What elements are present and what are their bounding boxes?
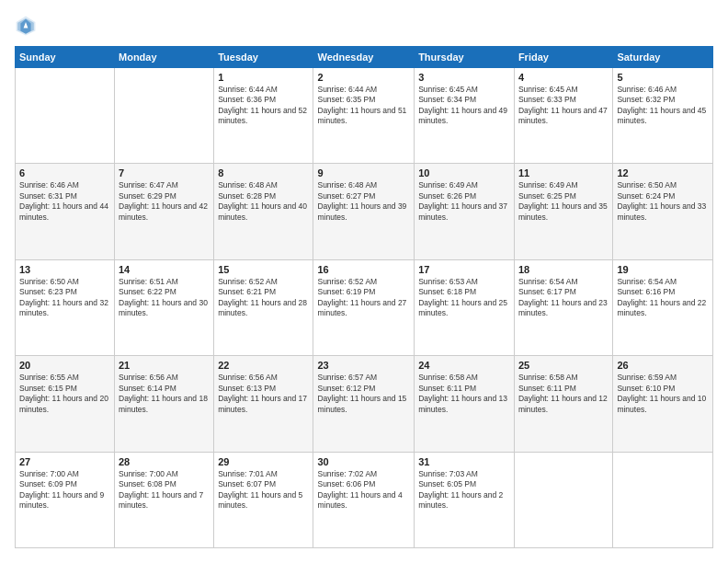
calendar-cell: 24Sunrise: 6:58 AM Sunset: 6:11 PM Dayli… <box>415 356 515 452</box>
calendar-cell: 6Sunrise: 6:46 AM Sunset: 6:31 PM Daylig… <box>16 164 115 259</box>
day-content: Sunrise: 6:45 AM Sunset: 6:33 PM Dayligh… <box>518 85 609 127</box>
day-number: 21 <box>119 360 210 371</box>
day-content: Sunrise: 6:59 AM Sunset: 6:10 PM Dayligh… <box>617 373 709 415</box>
day-content: Sunrise: 6:50 AM Sunset: 6:23 PM Dayligh… <box>19 277 110 319</box>
calendar-cell <box>613 452 713 547</box>
day-number: 6 <box>19 167 110 178</box>
day-number: 13 <box>19 264 110 275</box>
calendar-cell: 28Sunrise: 7:00 AM Sunset: 6:08 PM Dayli… <box>115 452 214 547</box>
day-content: Sunrise: 6:57 AM Sunset: 6:12 PM Dayligh… <box>317 373 410 415</box>
day-number: 11 <box>518 167 609 178</box>
day-number: 1 <box>218 72 309 83</box>
calendar-cell: 16Sunrise: 6:52 AM Sunset: 6:19 PM Dayli… <box>313 259 415 355</box>
page: Sunday Monday Tuesday Wednesday Thursday… <box>0 0 728 563</box>
day-number: 31 <box>418 456 510 467</box>
day-content: Sunrise: 6:46 AM Sunset: 6:31 PM Dayligh… <box>19 180 110 223</box>
day-number: 23 <box>317 360 410 371</box>
day-number: 14 <box>119 264 210 275</box>
col-sunday: Sunday <box>16 47 115 68</box>
calendar-cell: 10Sunrise: 6:49 AM Sunset: 6:26 PM Dayli… <box>415 164 515 259</box>
calendar-cell: 8Sunrise: 6:48 AM Sunset: 6:28 PM Daylig… <box>214 164 313 259</box>
header-row: Sunday Monday Tuesday Wednesday Thursday… <box>16 47 713 68</box>
day-number: 9 <box>317 167 410 178</box>
calendar-cell: 9Sunrise: 6:48 AM Sunset: 6:27 PM Daylig… <box>313 164 415 259</box>
day-content: Sunrise: 6:48 AM Sunset: 6:28 PM Dayligh… <box>218 180 309 223</box>
day-number: 10 <box>418 167 510 178</box>
calendar-week-3: 13Sunrise: 6:50 AM Sunset: 6:23 PM Dayli… <box>16 259 713 355</box>
day-content: Sunrise: 6:45 AM Sunset: 6:34 PM Dayligh… <box>418 85 510 127</box>
day-number: 3 <box>418 72 510 83</box>
header <box>15 15 713 37</box>
day-content: Sunrise: 6:55 AM Sunset: 6:15 PM Dayligh… <box>19 373 110 415</box>
day-number: 30 <box>317 456 410 467</box>
calendar-cell: 4Sunrise: 6:45 AM Sunset: 6:33 PM Daylig… <box>514 68 612 164</box>
day-content: Sunrise: 7:01 AM Sunset: 6:07 PM Dayligh… <box>218 469 309 511</box>
col-thursday: Thursday <box>415 47 515 68</box>
day-number: 12 <box>617 167 709 178</box>
calendar-cell: 12Sunrise: 6:50 AM Sunset: 6:24 PM Dayli… <box>613 164 713 259</box>
day-number: 20 <box>19 360 110 371</box>
day-number: 22 <box>218 360 309 371</box>
calendar-week-1: 1Sunrise: 6:44 AM Sunset: 6:36 PM Daylig… <box>16 68 713 164</box>
day-number: 7 <box>119 167 210 178</box>
calendar-cell <box>514 452 612 547</box>
calendar-body: 1Sunrise: 6:44 AM Sunset: 6:36 PM Daylig… <box>16 68 713 548</box>
day-number: 28 <box>119 456 210 467</box>
day-content: Sunrise: 7:00 AM Sunset: 6:09 PM Dayligh… <box>19 469 110 511</box>
calendar-cell: 7Sunrise: 6:47 AM Sunset: 6:29 PM Daylig… <box>115 164 214 259</box>
day-number: 17 <box>418 264 510 275</box>
calendar-cell: 29Sunrise: 7:01 AM Sunset: 6:07 PM Dayli… <box>214 452 313 547</box>
calendar-week-5: 27Sunrise: 7:00 AM Sunset: 6:09 PM Dayli… <box>16 452 713 547</box>
col-monday: Monday <box>115 47 214 68</box>
general-blue-icon <box>15 15 37 37</box>
calendar-cell: 19Sunrise: 6:54 AM Sunset: 6:16 PM Dayli… <box>613 259 713 355</box>
calendar-cell: 13Sunrise: 6:50 AM Sunset: 6:23 PM Dayli… <box>16 259 115 355</box>
day-content: Sunrise: 7:03 AM Sunset: 6:05 PM Dayligh… <box>418 469 510 511</box>
day-content: Sunrise: 6:54 AM Sunset: 6:17 PM Dayligh… <box>518 277 609 319</box>
calendar-week-4: 20Sunrise: 6:55 AM Sunset: 6:15 PM Dayli… <box>16 356 713 452</box>
calendar-cell: 22Sunrise: 6:56 AM Sunset: 6:13 PM Dayli… <box>214 356 313 452</box>
calendar-cell: 26Sunrise: 6:59 AM Sunset: 6:10 PM Dayli… <box>613 356 713 452</box>
day-content: Sunrise: 6:56 AM Sunset: 6:14 PM Dayligh… <box>119 373 210 415</box>
day-content: Sunrise: 6:52 AM Sunset: 6:21 PM Dayligh… <box>218 277 309 319</box>
day-content: Sunrise: 6:56 AM Sunset: 6:13 PM Dayligh… <box>218 373 309 415</box>
day-content: Sunrise: 6:49 AM Sunset: 6:26 PM Dayligh… <box>418 180 510 223</box>
day-number: 15 <box>218 264 309 275</box>
day-content: Sunrise: 6:47 AM Sunset: 6:29 PM Dayligh… <box>119 180 210 223</box>
day-number: 29 <box>218 456 309 467</box>
calendar-cell: 20Sunrise: 6:55 AM Sunset: 6:15 PM Dayli… <box>16 356 115 452</box>
day-content: Sunrise: 6:53 AM Sunset: 6:18 PM Dayligh… <box>418 277 510 319</box>
day-number: 2 <box>317 72 410 83</box>
day-content: Sunrise: 7:02 AM Sunset: 6:06 PM Dayligh… <box>317 469 410 511</box>
day-number: 24 <box>418 360 510 371</box>
day-content: Sunrise: 6:58 AM Sunset: 6:11 PM Dayligh… <box>518 373 609 415</box>
calendar-cell: 15Sunrise: 6:52 AM Sunset: 6:21 PM Dayli… <box>214 259 313 355</box>
day-number: 4 <box>518 72 609 83</box>
calendar-cell: 25Sunrise: 6:58 AM Sunset: 6:11 PM Dayli… <box>514 356 612 452</box>
calendar-cell: 18Sunrise: 6:54 AM Sunset: 6:17 PM Dayli… <box>514 259 612 355</box>
calendar-cell: 23Sunrise: 6:57 AM Sunset: 6:12 PM Dayli… <box>313 356 415 452</box>
calendar-header: Sunday Monday Tuesday Wednesday Thursday… <box>16 47 713 68</box>
day-number: 19 <box>617 264 709 275</box>
day-number: 27 <box>19 456 110 467</box>
calendar-cell <box>115 68 214 164</box>
day-content: Sunrise: 6:52 AM Sunset: 6:19 PM Dayligh… <box>317 277 410 319</box>
calendar-cell: 1Sunrise: 6:44 AM Sunset: 6:36 PM Daylig… <box>214 68 313 164</box>
day-number: 25 <box>518 360 609 371</box>
day-number: 8 <box>218 167 309 178</box>
day-content: Sunrise: 6:46 AM Sunset: 6:32 PM Dayligh… <box>617 85 709 127</box>
day-content: Sunrise: 6:54 AM Sunset: 6:16 PM Dayligh… <box>617 277 709 319</box>
day-content: Sunrise: 6:51 AM Sunset: 6:22 PM Dayligh… <box>119 277 210 319</box>
day-content: Sunrise: 6:49 AM Sunset: 6:25 PM Dayligh… <box>518 180 609 223</box>
calendar-cell: 21Sunrise: 6:56 AM Sunset: 6:14 PM Dayli… <box>115 356 214 452</box>
day-number: 5 <box>617 72 709 83</box>
day-content: Sunrise: 6:44 AM Sunset: 6:35 PM Dayligh… <box>317 85 410 127</box>
day-content: Sunrise: 7:00 AM Sunset: 6:08 PM Dayligh… <box>119 469 210 511</box>
day-content: Sunrise: 6:48 AM Sunset: 6:27 PM Dayligh… <box>317 180 410 223</box>
calendar-cell: 14Sunrise: 6:51 AM Sunset: 6:22 PM Dayli… <box>115 259 214 355</box>
day-content: Sunrise: 6:50 AM Sunset: 6:24 PM Dayligh… <box>617 180 709 223</box>
calendar-cell: 11Sunrise: 6:49 AM Sunset: 6:25 PM Dayli… <box>514 164 612 259</box>
day-number: 26 <box>617 360 709 371</box>
calendar-cell: 17Sunrise: 6:53 AM Sunset: 6:18 PM Dayli… <box>415 259 515 355</box>
col-wednesday: Wednesday <box>313 47 415 68</box>
